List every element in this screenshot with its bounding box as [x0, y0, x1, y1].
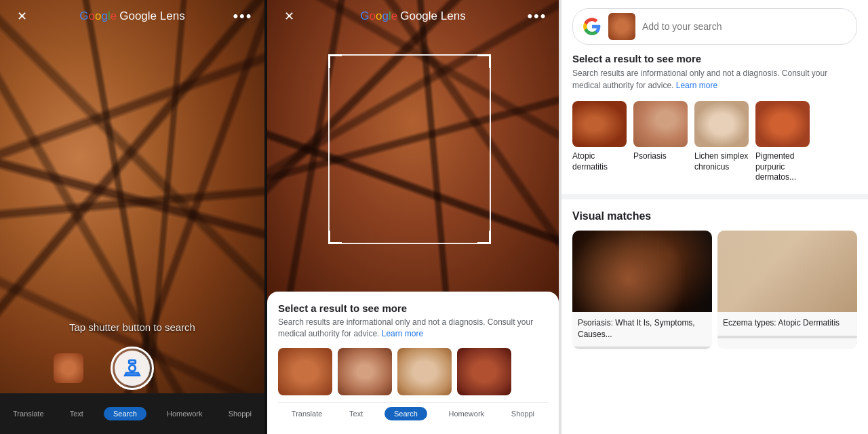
- bottom-sheet-title: Select a result to see more: [278, 302, 548, 314]
- shutter-button[interactable]: [111, 347, 154, 390]
- close-icon-2[interactable]: ✕: [278, 5, 300, 27]
- match-img-eczema: [717, 231, 857, 312]
- search-image-thumbnail: [608, 13, 635, 40]
- shutter-inner: [115, 351, 150, 386]
- match-img-psoriasis: [572, 231, 712, 312]
- tab-shopping-1[interactable]: Shoppi: [223, 407, 257, 420]
- match-caption-eczema: Eczema types: Atopic Dermatitis: [717, 312, 857, 334]
- tab-homework-1[interactable]: Homework: [161, 407, 208, 420]
- search-input[interactable]: [642, 21, 847, 32]
- matches-grid: Psoriasis: What It Is, Symptoms, Causes.…: [572, 231, 857, 350]
- google-wordmark-1: Google: [79, 9, 117, 23]
- corner-br: [477, 231, 491, 244]
- phone-panel-2: ✕ Google Google Lens ••• Select a result…: [267, 0, 559, 434]
- condition-card-pigmented[interactable]: Pigmented purpuric dermatos...: [755, 101, 810, 183]
- condition-card-psoriasis[interactable]: Psoriasis: [633, 101, 688, 183]
- tab-translate-2[interactable]: Translate: [286, 407, 328, 420]
- select-result-desc: Search results are informational only an…: [572, 67, 857, 92]
- condition-img-atopic: [572, 101, 627, 147]
- visual-matches-section: Visual matches Psoriasis: What It Is, Sy…: [561, 199, 868, 361]
- selection-box: [328, 54, 491, 244]
- condition-thumbnails: [278, 348, 548, 395]
- bottom-tab-bar-2: Translate Text Search Homework Shoppi: [278, 402, 548, 420]
- condition-img-psoriasis: [633, 101, 688, 147]
- shutter-row: [54, 347, 211, 390]
- tap-hint: Tap shutter button to search: [69, 321, 195, 333]
- thumb-pigmented[interactable]: [457, 348, 511, 395]
- corner-tl: [328, 54, 342, 68]
- corner-bl: [328, 231, 342, 244]
- gallery-button[interactable]: [54, 353, 83, 383]
- app-title-1: Google Google Lens: [79, 9, 184, 23]
- condition-card-atopic[interactable]: Atopic dermatitis: [572, 101, 627, 183]
- app-title-2: Google Google Lens: [360, 9, 465, 23]
- learn-more-link-3[interactable]: Learn more: [676, 81, 717, 90]
- match-caption-sub-1: [572, 347, 712, 349]
- conditions-row: Atopic dermatitis Psoriasis Lichen simpl…: [572, 101, 857, 183]
- tab-search-2[interactable]: Search: [384, 407, 427, 420]
- close-icon[interactable]: ✕: [11, 5, 33, 27]
- svg-rect-1: [129, 360, 135, 363]
- top-bar-2: ✕ Google Google Lens •••: [267, 0, 559, 33]
- tab-search-1[interactable]: Search: [104, 407, 146, 420]
- match-card-eczema[interactable]: Eczema types: Atopic Dermatitis: [717, 231, 857, 350]
- bottom-tab-bar-1: Translate Text Search Homework Shoppi: [0, 393, 264, 434]
- top-bar-1: ✕ Google Google Lens •••: [0, 0, 264, 33]
- results-panel: Select a result to see more Search resul…: [561, 0, 868, 434]
- match-caption-psoriasis: Psoriasis: What It Is, Symptoms, Causes.…: [572, 312, 712, 346]
- more-options-icon-2[interactable]: •••: [526, 5, 548, 27]
- tab-text-1[interactable]: Text: [64, 407, 89, 420]
- tab-text-2[interactable]: Text: [344, 407, 368, 420]
- condition-img-lichen: [694, 101, 749, 147]
- tab-homework-2[interactable]: Homework: [443, 407, 490, 420]
- match-caption-sub-2: [717, 336, 857, 338]
- shutter-area: Tap shutter button to search: [54, 321, 211, 390]
- condition-label-lichen: Lichen simplex chronicus: [694, 151, 749, 172]
- select-result-section: Select a result to see more Search resul…: [561, 53, 868, 194]
- learn-more-link-2[interactable]: Learn more: [382, 329, 423, 338]
- thumb-psoriasis[interactable]: [338, 348, 392, 395]
- placeholder-right: [181, 353, 211, 383]
- thumb-lichen[interactable]: [397, 348, 452, 395]
- visual-matches-title: Visual matches: [572, 210, 857, 222]
- more-options-icon[interactable]: •••: [232, 5, 254, 27]
- svg-point-0: [129, 365, 135, 371]
- section-divider: [561, 194, 868, 199]
- results-search-bar[interactable]: [572, 8, 857, 45]
- match-card-psoriasis[interactable]: Psoriasis: What It Is, Symptoms, Causes.…: [572, 231, 712, 350]
- google-wordmark-2: Google: [360, 9, 397, 23]
- tab-translate-1[interactable]: Translate: [7, 407, 49, 420]
- phone-panel-1: ✕ Google Google Lens ••• Tap shutter but…: [0, 0, 264, 434]
- corner-tr: [477, 54, 491, 68]
- condition-card-lichen[interactable]: Lichen simplex chronicus: [694, 101, 749, 183]
- bottom-sheet-desc: Search results are informational only an…: [278, 317, 548, 340]
- condition-label-atopic: Atopic dermatitis: [572, 151, 627, 172]
- condition-label-pigmented: Pigmented purpuric dermatos...: [755, 151, 810, 183]
- condition-label-psoriasis: Psoriasis: [633, 151, 688, 162]
- lens-text-1: Google Lens: [119, 9, 184, 23]
- lens-text-2: Google Lens: [400, 9, 465, 23]
- condition-img-pigmented: [755, 101, 810, 147]
- bottom-sheet: Select a result to see more Search resul…: [267, 292, 559, 434]
- tab-shopping-2[interactable]: Shoppi: [506, 407, 540, 420]
- thumb-atopic[interactable]: [278, 348, 332, 395]
- select-result-title: Select a result to see more: [572, 53, 857, 64]
- google-g-logo: [583, 17, 601, 36]
